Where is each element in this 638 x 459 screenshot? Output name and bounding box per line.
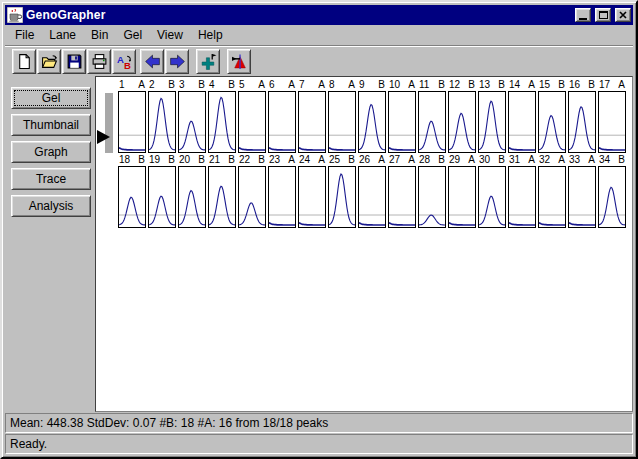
lane-number: 13 bbox=[479, 79, 490, 91]
message-bar: Ready. bbox=[5, 434, 633, 454]
lane-label: 5A bbox=[238, 79, 268, 91]
lane-thumbnail-7[interactable] bbox=[298, 91, 326, 153]
lane-thumbnail-15[interactable] bbox=[538, 91, 566, 153]
sidebar-button-analysis[interactable]: Analysis bbox=[11, 195, 91, 217]
allele-letter: A bbox=[348, 79, 355, 91]
threshold-slider-track[interactable] bbox=[105, 93, 113, 153]
lane-label: 21B bbox=[208, 154, 238, 166]
lane-thumbnail-20[interactable] bbox=[178, 166, 206, 228]
lane-thumbnail-33[interactable] bbox=[568, 166, 596, 228]
lane-thumbnail-24[interactable] bbox=[298, 166, 326, 228]
menu-lane[interactable]: Lane bbox=[43, 26, 85, 44]
lane-thumbnail-32[interactable] bbox=[538, 166, 566, 228]
lane-number: 30 bbox=[479, 154, 490, 166]
previous-lane-button[interactable] bbox=[140, 49, 164, 74]
lane-label: 10A bbox=[388, 79, 418, 91]
lane-thumbnail-9[interactable] bbox=[358, 91, 386, 153]
goto-peak-button[interactable] bbox=[227, 49, 251, 74]
lane-label: 7A bbox=[298, 79, 328, 91]
lane-label: 4B bbox=[208, 79, 238, 91]
allele-letter: A bbox=[258, 79, 265, 91]
arrow-left-icon bbox=[144, 53, 161, 70]
sidebar-button-trace[interactable]: Trace bbox=[11, 168, 91, 190]
lane-thumbnail-6[interactable] bbox=[268, 91, 296, 153]
add-bin-button[interactable] bbox=[196, 49, 220, 74]
peak-marker-icon bbox=[231, 53, 248, 70]
lane-number: 29 bbox=[449, 154, 460, 166]
lane-label: 25B bbox=[328, 154, 358, 166]
menu-bin[interactable]: Bin bbox=[85, 26, 117, 44]
lane-thumbnail-26[interactable] bbox=[358, 166, 386, 228]
lane-number: 23 bbox=[269, 154, 280, 166]
close-button[interactable] bbox=[615, 8, 631, 22]
maximize-button[interactable] bbox=[595, 8, 611, 22]
open-button[interactable] bbox=[37, 49, 61, 74]
lane-number: 19 bbox=[149, 154, 160, 166]
lane-thumbnail-14[interactable] bbox=[508, 91, 536, 153]
lane-number: 4 bbox=[209, 79, 215, 91]
print-button[interactable] bbox=[87, 49, 111, 74]
lane-thumbnail-3[interactable] bbox=[178, 91, 206, 153]
lane-thumbnail-1[interactable] bbox=[118, 91, 146, 153]
new-button[interactable] bbox=[12, 49, 36, 74]
lane-thumbnail-13[interactable] bbox=[478, 91, 506, 153]
lane-number: 3 bbox=[179, 79, 185, 91]
lane-thumbnail-4[interactable] bbox=[208, 91, 236, 153]
lane-thumbnail-12[interactable] bbox=[448, 91, 476, 153]
lane-label: 8A bbox=[328, 79, 358, 91]
menu-view[interactable]: View bbox=[151, 26, 192, 44]
toggle-ab-button[interactable]: A B bbox=[112, 49, 136, 74]
minimize-button[interactable] bbox=[575, 8, 591, 22]
lane-thumbnail-5[interactable] bbox=[238, 91, 266, 153]
menu-file[interactable]: File bbox=[9, 26, 43, 44]
lane-thumbnail-18[interactable] bbox=[118, 166, 146, 228]
lane-number: 14 bbox=[509, 79, 520, 91]
lane-number: 15 bbox=[539, 79, 550, 91]
menu-help[interactable]: Help bbox=[192, 26, 232, 44]
lane-thumbnail-25[interactable] bbox=[328, 166, 356, 228]
next-lane-button[interactable] bbox=[165, 49, 189, 74]
save-button[interactable] bbox=[62, 49, 86, 74]
stats-text: Mean: 448.38 StdDev: 0.07 #B: 18 #A: 16 … bbox=[10, 416, 328, 430]
lane-number: 17 bbox=[599, 79, 610, 91]
allele-letter: A bbox=[378, 154, 385, 166]
lane-thumbnail-29[interactable] bbox=[448, 166, 476, 228]
threshold-slider-marker[interactable] bbox=[97, 130, 110, 144]
main-area: Gel Thumbnail Graph Trace Analysis 1A2B3… bbox=[5, 76, 633, 412]
lane-thumbnail-19[interactable] bbox=[148, 166, 176, 228]
lane-thumbnail-21[interactable] bbox=[208, 166, 236, 228]
lane-thumbnail-27[interactable] bbox=[388, 166, 416, 228]
lane-thumbnail-16[interactable] bbox=[568, 91, 596, 153]
lane-label: 29A bbox=[448, 154, 478, 166]
lane-label: 14A bbox=[508, 79, 538, 91]
lane-thumbnail-23[interactable] bbox=[268, 166, 296, 228]
lane-thumbnail-31[interactable] bbox=[508, 166, 536, 228]
lane-label: 1A bbox=[118, 79, 148, 91]
sidebar-button-gel[interactable]: Gel bbox=[11, 87, 91, 109]
allele-letter: B bbox=[378, 79, 385, 91]
lane-thumbnail-30[interactable] bbox=[478, 166, 506, 228]
lane-number: 10 bbox=[389, 79, 400, 91]
sidebar-button-thumbnail[interactable]: Thumbnail bbox=[11, 114, 91, 136]
lane-label: 13B bbox=[478, 79, 508, 91]
allele-letter: B bbox=[618, 154, 625, 166]
lane-thumbnail-11[interactable] bbox=[418, 91, 446, 153]
lane-number: 34 bbox=[599, 154, 610, 166]
menu-gel[interactable]: Gel bbox=[117, 26, 151, 44]
lane-thumbnail-28[interactable] bbox=[418, 166, 446, 228]
lane-number: 28 bbox=[419, 154, 430, 166]
lane-label: 30B bbox=[478, 154, 508, 166]
allele-letter: B bbox=[468, 79, 475, 91]
lane-thumbnail-8[interactable] bbox=[328, 91, 356, 153]
lane-thumbnail-22[interactable] bbox=[238, 166, 266, 228]
lane-thumbnail-2[interactable] bbox=[148, 91, 176, 153]
lane-label: 28B bbox=[418, 154, 448, 166]
lane-number: 22 bbox=[239, 154, 250, 166]
sidebar-button-graph[interactable]: Graph bbox=[11, 141, 91, 163]
lane-label: 9B bbox=[358, 79, 388, 91]
lane-label: 31A bbox=[508, 154, 538, 166]
lane-thumbnail-34[interactable] bbox=[598, 166, 626, 228]
lane-thumbnail-17[interactable] bbox=[598, 91, 626, 153]
lane-thumbnail-10[interactable] bbox=[388, 91, 416, 153]
allele-letter: A bbox=[138, 79, 145, 91]
